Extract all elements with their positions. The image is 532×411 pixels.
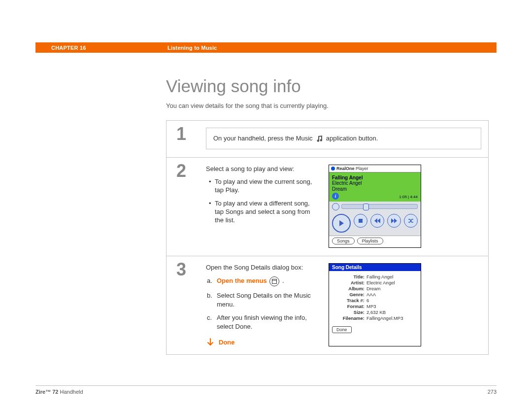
step-3-substep: a. Open the menus . xyxy=(207,276,317,286)
step-1-text: On your handheld, press the Music applic… xyxy=(206,128,481,149)
open-menus-link[interactable]: Open the menus xyxy=(217,277,267,285)
volume-row xyxy=(329,202,421,212)
step-number: 1 xyxy=(166,121,202,157)
prev-button xyxy=(370,214,384,228)
step-number: 3 xyxy=(166,256,202,355)
dialog-title: Song Details xyxy=(329,264,421,271)
player-titlebar: RealOne Player xyxy=(329,165,421,172)
svg-rect-0 xyxy=(359,219,363,223)
player-display: Falling Angel Electric Angel Dream i 1:0… xyxy=(329,172,421,202)
playlists-tab: Playlists xyxy=(357,238,383,244)
info-icon: i xyxy=(332,193,339,200)
page-number: 273 xyxy=(488,389,497,395)
steps-container: 1 On your handheld, press the Music appl… xyxy=(166,120,489,355)
music-icon xyxy=(315,136,323,142)
speaker-icon xyxy=(332,203,339,210)
songs-tab: Songs xyxy=(332,238,355,244)
step-2-bullet: To play and view the current song, tap P… xyxy=(209,178,317,195)
next-button xyxy=(387,214,401,228)
arrow-down-icon xyxy=(206,338,215,346)
stop-button xyxy=(354,214,367,228)
volume-slider xyxy=(341,204,418,209)
step-3-substep: c. After you finish viewing the info, se… xyxy=(207,313,317,331)
step-1: 1 On your handheld, press the Music appl… xyxy=(166,121,488,158)
done-indicator: Done xyxy=(206,338,317,346)
song-details-dialog-mock: Song Details Title:Falling Angel Artist:… xyxy=(329,263,421,347)
step-2-intro: Select a song to play and view: xyxy=(206,165,317,173)
chapter-header: CHAPTER 16 Listening to Music xyxy=(35,42,497,53)
shuffle-button xyxy=(404,214,418,228)
realone-player-mock: RealOne Player Falling Angel Electric An… xyxy=(329,165,421,248)
product-name: Zire™ 72 Handheld xyxy=(35,389,83,395)
player-logo-icon xyxy=(331,167,335,171)
done-button: Done xyxy=(332,326,352,333)
step-2-bullet: To play and view a different song, tap S… xyxy=(209,200,317,225)
svg-rect-1 xyxy=(272,279,277,284)
section-label: Listening to Music xyxy=(167,45,497,51)
chapter-label: CHAPTER 16 xyxy=(35,45,167,51)
step-3-substep: b. Select Song Details on the Music menu… xyxy=(207,291,317,308)
page-title: Viewing song info xyxy=(166,76,489,96)
menu-icon xyxy=(269,276,279,286)
step-number: 2 xyxy=(166,158,202,256)
step-3-intro: Open the Song Details dialog box: xyxy=(206,263,317,272)
play-button xyxy=(332,214,351,233)
step-2: 2 Select a song to play and view: To pla… xyxy=(166,158,488,256)
page-intro: You can view details for the song that i… xyxy=(166,102,489,109)
step-3: 3 Open the Song Details dialog box: a. O… xyxy=(166,256,488,355)
page-footer: Zire™ 72 Handheld 273 xyxy=(35,385,497,395)
